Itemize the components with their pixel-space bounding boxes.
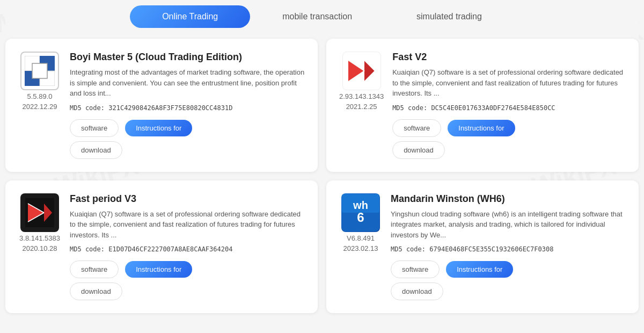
card-right-fast-v2: Fast V2 Kuaiqian (Q7) software is a set … [392, 52, 626, 159]
download-btn-mandarin[interactable]: download [391, 283, 443, 300]
version-mandarin: V6.8.491 [347, 234, 375, 242]
card-fast-period-v3: 3.8.141.5383 2020.10.28 Fast period V3 K… [5, 180, 318, 314]
card-right-fast-period: Fast period V3 Kuaiqian (Q7) software is… [70, 193, 305, 301]
card-right-mandarin: Mandarin Winston (WH6) Yingshun cloud tr… [391, 193, 626, 301]
md5-boyi: MD5 code: 321C42908426A8F3F75E80820CC483… [70, 104, 305, 112]
actions-mandarin: software Instructions for [391, 260, 626, 278]
title-fast-period: Fast period V3 [70, 193, 305, 205]
logo-fast-v2 [342, 52, 381, 90]
svg-marker-5 [348, 60, 364, 82]
card-right-boyi: Boyi Master 5 (Cloud Trading Edition) In… [70, 52, 305, 159]
software-btn-fast-period[interactable]: software [70, 260, 119, 278]
actions-fast-v2: software Instructions for [392, 119, 626, 137]
instructions-btn-fast-period[interactable]: Instructions for [125, 261, 192, 278]
software-btn-fast-v2[interactable]: software [392, 119, 441, 137]
card-mandarin-wh6: wh 6 V6.8.491 2023.02.13 Mandarin Winsto… [326, 180, 639, 314]
card-boyi-master-5: 5.5.89.0 2022.12.29 Boyi Master 5 (Cloud… [5, 39, 318, 172]
download-btn-boyi[interactable]: download [70, 141, 122, 159]
md5-fast-v2: MD5 code: DC5C4E0E017633A0DF2764E584E850… [392, 104, 626, 112]
svg-text:6: 6 [357, 210, 364, 225]
card-left-fast-period: 3.8.141.5383 2020.10.28 [18, 193, 61, 301]
tab-bar: Online Trading mobile transaction simula… [5, 0, 639, 39]
cards-grid: 5.5.89.0 2022.12.29 Boyi Master 5 (Cloud… [5, 39, 639, 324]
logo-mandarin: wh 6 [341, 193, 380, 232]
tab-simulated-trading[interactable]: simulated trading [384, 5, 514, 28]
title-mandarin: Mandarin Winston (WH6) [391, 193, 626, 205]
date-fast-period: 2020.10.28 [22, 244, 57, 252]
desc-boyi: Integrating most of the advantages of ma… [70, 67, 305, 99]
actions-fast-period: software Instructions for [70, 260, 305, 278]
logo-fast-period [20, 193, 59, 232]
desc-fast-period: Kuaiqian (Q7) software is a set of profe… [70, 209, 305, 241]
desc-mandarin: Yingshun cloud trading software (wh6) is… [391, 209, 626, 241]
version-fast-period: 3.8.141.5383 [19, 234, 60, 242]
md5-mandarin: MD5 code: 6794E0468FC5E355C1932606EC7F03… [391, 245, 626, 253]
title-boyi: Boyi Master 5 (Cloud Trading Edition) [70, 52, 305, 63]
title-fast-v2: Fast V2 [392, 52, 626, 63]
svg-rect-4 [32, 63, 47, 78]
date-boyi: 2022.12.29 [22, 103, 57, 111]
instructions-btn-boyi[interactable]: Instructions for [125, 120, 192, 136]
tab-online-trading[interactable]: Online Trading [130, 5, 250, 28]
card-left-boyi: 5.5.89.0 2022.12.29 [18, 52, 61, 159]
instructions-btn-fast-v2[interactable]: Instructions for [448, 120, 515, 136]
version-fast-v2: 2.93.143.1343 [339, 92, 384, 100]
date-fast-v2: 2021.2.25 [346, 103, 377, 111]
svg-text:wh: wh [353, 199, 368, 211]
actions-boyi: software Instructions for [70, 119, 305, 137]
card-left-mandarin: wh 6 V6.8.491 2023.02.13 [339, 193, 382, 301]
svg-marker-6 [364, 60, 375, 82]
date-mandarin: 2023.02.13 [343, 244, 378, 252]
instructions-btn-mandarin[interactable]: Instructions for [446, 261, 513, 278]
desc-fast-v2: Kuaiqian (Q7) software is a set of profe… [392, 67, 626, 99]
download-btn-fast-v2[interactable]: download [392, 141, 445, 159]
download-btn-fast-period[interactable]: download [70, 283, 122, 300]
software-btn-mandarin[interactable]: software [391, 260, 440, 278]
version-boyi: 5.5.89.0 [27, 92, 53, 100]
logo-boyi [20, 52, 59, 90]
tab-mobile-transaction[interactable]: mobile transaction [250, 5, 384, 28]
software-btn-boyi[interactable]: software [70, 119, 119, 137]
card-left-fast-v2: 2.93.143.1343 2021.2.25 [339, 52, 384, 159]
md5-fast-period: MD5 code: E1D07D46CF2227007A8AE8CAAF3642… [70, 245, 305, 253]
card-fast-v2: 2.93.143.1343 2021.2.25 Fast V2 Kuaiqian… [326, 39, 639, 172]
